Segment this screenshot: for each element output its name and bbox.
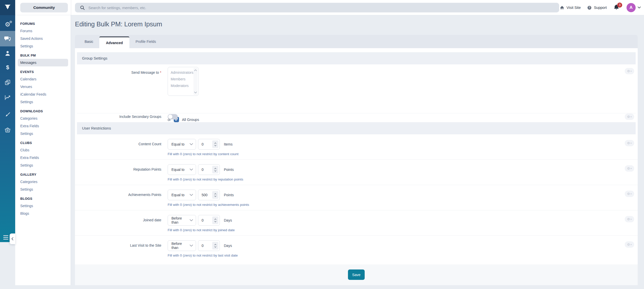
avatar-initial: A bbox=[630, 5, 633, 10]
operator-value: Equal to bbox=[171, 168, 190, 172]
operator-select[interactable]: Before than bbox=[168, 240, 196, 251]
sidebar-item-icalendar-feeds[interactable]: iCalendar Feeds bbox=[15, 91, 71, 98]
sidebar-item-settings[interactable]: Settings bbox=[15, 186, 71, 193]
include-secondary-groups-toggle[interactable] bbox=[168, 114, 178, 119]
basket-icon bbox=[5, 127, 11, 133]
number-stepper[interactable] bbox=[212, 216, 218, 224]
rail-menu-button[interactable] bbox=[3, 235, 8, 240]
section-heading-group-settings: Group Settings bbox=[77, 52, 636, 64]
tab-profile-fields[interactable]: Profile Fields bbox=[129, 35, 162, 48]
caret-down-icon bbox=[214, 170, 217, 172]
value-input[interactable] bbox=[202, 165, 212, 175]
value-input[interactable] bbox=[202, 241, 212, 251]
rail-item-system[interactable]: ⚙⚙ bbox=[0, 17, 15, 31]
operator-select[interactable]: Equal to bbox=[168, 190, 196, 200]
value-input-wrap bbox=[198, 139, 220, 150]
value-input[interactable] bbox=[202, 190, 212, 200]
unit-label: Points bbox=[224, 168, 234, 172]
operator-select[interactable]: Equal to bbox=[168, 139, 196, 150]
caret-down-icon bbox=[214, 246, 217, 248]
tab-basic[interactable]: Basic bbox=[79, 35, 99, 48]
home-icon bbox=[560, 6, 564, 10]
operator-select[interactable]: Equal to bbox=[168, 164, 196, 175]
sidebar-item-saved-actions[interactable]: Saved Actions bbox=[15, 35, 71, 42]
number-stepper[interactable] bbox=[212, 191, 218, 199]
caret-up-icon bbox=[214, 142, 217, 144]
form-card: Group Settings Send Message to* Administ… bbox=[75, 48, 638, 264]
sidebar-item-extra-fields[interactable]: Extra Fields bbox=[15, 122, 71, 130]
page-title: Editing Bulk PM: Lorem Ipsum bbox=[75, 20, 162, 28]
sidebar-item-categories[interactable]: Categories bbox=[15, 178, 71, 186]
search-input[interactable] bbox=[88, 5, 559, 10]
field-options-button[interactable]: ⚙▸ bbox=[625, 140, 634, 146]
sidebar-item-settings[interactable]: Settings bbox=[15, 130, 71, 137]
sidebar-collapse-button[interactable] bbox=[10, 233, 15, 244]
admin-search bbox=[75, 3, 559, 12]
pages-icon bbox=[5, 79, 11, 85]
operator-value: Before than bbox=[171, 242, 190, 250]
number-stepper[interactable] bbox=[212, 166, 218, 173]
support-link[interactable]: ? Support bbox=[587, 6, 607, 10]
chevron-down-icon bbox=[190, 245, 193, 247]
section-heading-user-restrictions: User Restrictions bbox=[77, 122, 636, 134]
system-gears-icon: ⚙⚙ bbox=[5, 21, 10, 28]
sidebar-section: BLOGS SettingsBlogs bbox=[15, 193, 71, 217]
rail-item-members[interactable] bbox=[0, 46, 15, 60]
field-options-button[interactable]: ⚙▸ bbox=[625, 241, 634, 248]
community-menu-button[interactable]: Community bbox=[20, 3, 68, 12]
caret-down-icon bbox=[214, 221, 217, 222]
user-menu-button[interactable]: A bbox=[627, 3, 641, 12]
gear-icon: ⚙ bbox=[627, 243, 630, 246]
field-options-button[interactable]: ⚙▸ bbox=[625, 165, 634, 172]
sidebar-item-extra-fields[interactable]: Extra Fields bbox=[15, 154, 71, 161]
field-options-button[interactable]: ⚙▸ bbox=[625, 114, 634, 120]
operator-select[interactable]: Before than bbox=[168, 215, 196, 226]
field-options-button[interactable]: ⚙▸ bbox=[625, 216, 634, 222]
member-icon bbox=[5, 50, 10, 56]
number-stepper[interactable] bbox=[212, 140, 218, 148]
groups-listbox[interactable]: AdministratorsMembersModerators bbox=[168, 67, 199, 96]
sidebar-item-calendars[interactable]: Calendars bbox=[15, 75, 71, 83]
sidebar-item-settings[interactable]: Settings bbox=[15, 98, 71, 106]
support-label: Support bbox=[594, 6, 607, 10]
sidebar-item-settings[interactable]: Settings bbox=[15, 42, 71, 50]
tab-advanced[interactable]: Advanced bbox=[99, 37, 129, 50]
rail-item-commerce[interactable]: $ bbox=[0, 60, 15, 75]
tab-bar: BasicAdvancedProfile Fields bbox=[75, 35, 638, 48]
rail-item-stats[interactable] bbox=[0, 91, 15, 105]
topbar-actions: Visit Site ? Support 3 A bbox=[560, 0, 641, 15]
rail-item-customization[interactable] bbox=[0, 107, 15, 122]
sidebar-section: DOWNLOADS CategoriesExtra FieldsSettings bbox=[15, 106, 71, 137]
caret-right-icon: ▸ bbox=[631, 70, 632, 72]
number-stepper[interactable] bbox=[212, 242, 218, 249]
help-text: Fill with 0 (zero) to not restrict by co… bbox=[168, 152, 239, 156]
save-button[interactable]: Save bbox=[348, 269, 365, 280]
listbox-scrollbar[interactable] bbox=[193, 68, 198, 95]
caret-right-icon: ▸ bbox=[631, 218, 632, 220]
sidebar-item-messages[interactable]: Messages bbox=[18, 59, 68, 66]
brand-logo[interactable] bbox=[0, 0, 15, 15]
restriction-row: Content Count Equal to Items Fill with 0… bbox=[75, 134, 638, 160]
sidebar-item-venues[interactable]: Venues bbox=[15, 83, 71, 91]
value-input[interactable] bbox=[202, 139, 212, 149]
field-options-button[interactable]: ⚙▸ bbox=[625, 191, 634, 197]
sidebar-item-forums[interactable]: Forums bbox=[15, 27, 71, 35]
value-input[interactable] bbox=[202, 215, 212, 225]
sidebar-item-categories[interactable]: Categories bbox=[15, 115, 71, 122]
rail-item-store[interactable] bbox=[0, 123, 15, 137]
rail-item-pages[interactable] bbox=[0, 75, 15, 89]
sidebar-item-blogs[interactable]: Blogs bbox=[15, 210, 71, 217]
sidebar-item-settings[interactable]: Settings bbox=[15, 161, 71, 169]
restriction-row: Reputation Points Equal to Points Fill w… bbox=[75, 160, 638, 185]
operator-value: Equal to bbox=[171, 142, 190, 146]
rail-item-forums[interactable] bbox=[0, 31, 15, 46]
gear-icon: ⚙ bbox=[627, 141, 630, 145]
paintbrush-icon bbox=[5, 112, 10, 117]
field-options-button[interactable]: ⚙▸ bbox=[625, 68, 634, 74]
visit-site-link[interactable]: Visit Site bbox=[560, 6, 581, 10]
sidebar-item-clubs[interactable]: Clubs bbox=[15, 146, 71, 154]
help-icon: ? bbox=[587, 6, 592, 10]
all-groups-label[interactable]: All Groups bbox=[182, 118, 199, 122]
sidebar-item-settings[interactable]: Settings bbox=[15, 202, 71, 210]
notifications-button[interactable]: 3 bbox=[613, 4, 620, 11]
